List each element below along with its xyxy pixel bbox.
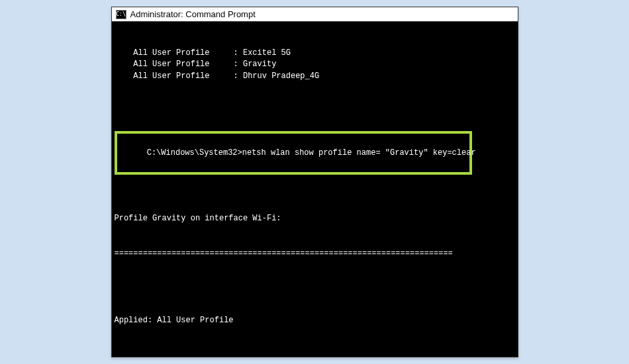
command-text: netsh wlan show profile name= "Gravity" … [242,148,476,158]
terminal-output[interactable]: All User Profile : Excitel 5G All User P… [112,22,518,357]
cmd-icon: C:\ [116,10,126,19]
profile-row: All User Profile : Dhruv Pradeep_4G [112,71,518,82]
profile-row: All User Profile : Gravity [112,59,518,70]
profile-row: All User Profile : Excitel 5G [112,48,518,59]
profile-header: Profile Gravity on interface Wi-Fi: [112,213,518,224]
title-bar[interactable]: C:\ Administrator: Command Prompt [112,7,518,22]
profile-list: All User Profile : Excitel 5G All User P… [112,48,518,91]
prompt-line: C:\Windows\System32>netsh wlan show prof… [147,148,476,158]
separator: ========================================… [112,248,518,259]
window-title: Administrator: Command Prompt [130,9,256,19]
command-highlight: C:\Windows\System32>netsh wlan show prof… [115,131,472,175]
prompt: C:\Windows\System32> [147,148,242,158]
command-prompt-window: C:\ Administrator: Command Prompt All Us… [111,7,518,357]
applied-line: Applied: All User Profile [112,315,518,326]
